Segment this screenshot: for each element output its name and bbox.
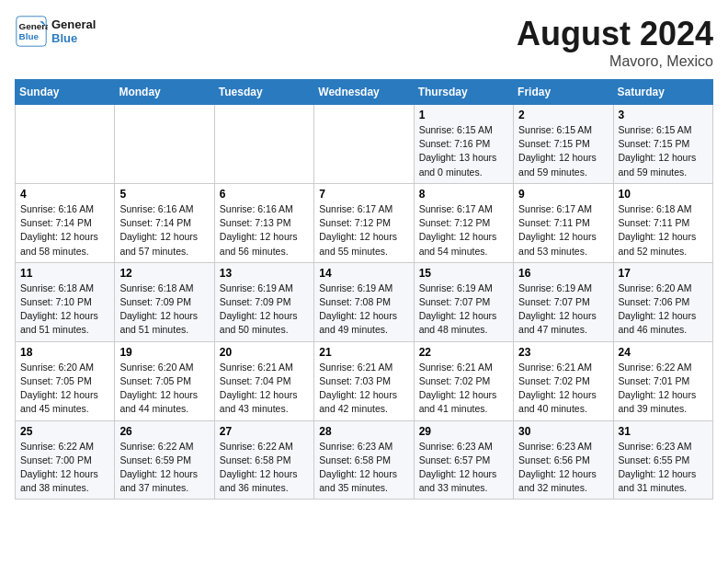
calendar-cell: 29Sunrise: 6:23 AM Sunset: 6:57 PM Dayli… [414,420,513,500]
week-row-4: 18Sunrise: 6:20 AM Sunset: 7:05 PM Dayli… [16,341,713,420]
day-number: 15 [419,267,508,280]
calendar-cell: 21Sunrise: 6:21 AM Sunset: 7:03 PM Dayli… [314,341,414,420]
title-block: August 2024 Mavoro, Mexico [517,15,713,70]
day-number: 4 [20,188,109,201]
header-wednesday: Wednesday [314,80,414,105]
day-number: 30 [518,425,608,438]
calendar-cell: 8Sunrise: 6:17 AM Sunset: 7:12 PM Daylig… [414,183,513,262]
page-header: General Blue General Blue August 2024 Ma… [15,15,713,70]
day-number: 2 [518,109,608,121]
header-thursday: Thursday [414,80,513,105]
day-number: 7 [319,188,408,201]
calendar-cell: 1Sunrise: 6:15 AM Sunset: 7:16 PM Daylig… [414,105,513,184]
calendar-cell [314,105,414,184]
header-sunday: Sunday [16,80,115,105]
calendar-cell: 17Sunrise: 6:20 AM Sunset: 7:06 PM Dayli… [613,262,712,341]
calendar-cell: 22Sunrise: 6:21 AM Sunset: 7:02 PM Dayli… [414,341,513,420]
week-row-2: 4Sunrise: 6:16 AM Sunset: 7:14 PM Daylig… [16,183,713,262]
day-info: Sunrise: 6:19 AM Sunset: 7:07 PM Dayligh… [419,282,508,338]
day-number: 23 [518,346,608,359]
day-number: 6 [220,188,309,201]
calendar-cell: 7Sunrise: 6:17 AM Sunset: 7:12 PM Daylig… [314,183,414,262]
calendar-cell [115,105,214,184]
day-info: Sunrise: 6:15 AM Sunset: 7:15 PM Dayligh… [619,123,708,179]
calendar-cell: 10Sunrise: 6:18 AM Sunset: 7:11 PM Dayli… [613,183,712,262]
day-info: Sunrise: 6:19 AM Sunset: 7:09 PM Dayligh… [220,282,309,338]
day-info: Sunrise: 6:21 AM Sunset: 7:04 PM Dayligh… [220,361,309,417]
day-number: 31 [619,425,708,438]
day-number: 26 [119,425,209,438]
day-info: Sunrise: 6:22 AM Sunset: 7:00 PM Dayligh… [20,440,109,496]
day-info: Sunrise: 6:19 AM Sunset: 7:07 PM Dayligh… [518,282,608,338]
day-info: Sunrise: 6:16 AM Sunset: 7:13 PM Dayligh… [220,202,309,259]
day-number: 29 [419,425,508,438]
day-number: 24 [619,346,708,359]
day-info: Sunrise: 6:21 AM Sunset: 7:02 PM Dayligh… [518,361,608,417]
week-row-1: 1Sunrise: 6:15 AM Sunset: 7:16 PM Daylig… [16,105,713,184]
calendar-cell: 31Sunrise: 6:23 AM Sunset: 6:55 PM Dayli… [613,420,712,500]
header-friday: Friday [514,80,613,105]
day-info: Sunrise: 6:18 AM Sunset: 7:10 PM Dayligh… [20,282,109,338]
day-info: Sunrise: 6:18 AM Sunset: 7:11 PM Dayligh… [619,202,708,259]
header-monday: Monday [115,80,214,105]
day-info: Sunrise: 6:22 AM Sunset: 6:59 PM Dayligh… [119,440,209,496]
day-info: Sunrise: 6:21 AM Sunset: 7:02 PM Dayligh… [419,361,508,417]
day-number: 14 [319,267,408,280]
day-number: 28 [319,425,408,438]
day-number: 13 [220,267,309,280]
logo-line1: General [51,17,96,31]
day-number: 11 [20,267,109,280]
calendar-cell: 30Sunrise: 6:23 AM Sunset: 6:56 PM Dayli… [514,420,613,500]
calendar-cell: 15Sunrise: 6:19 AM Sunset: 7:07 PM Dayli… [414,262,513,341]
day-info: Sunrise: 6:15 AM Sunset: 7:15 PM Dayligh… [518,123,608,179]
header-row: SundayMondayTuesdayWednesdayThursdayFrid… [16,80,713,105]
day-info: Sunrise: 6:22 AM Sunset: 7:01 PM Dayligh… [619,361,708,417]
day-info: Sunrise: 6:22 AM Sunset: 6:58 PM Dayligh… [220,440,309,496]
day-number: 16 [518,267,608,280]
day-number: 27 [220,425,309,438]
day-info: Sunrise: 6:16 AM Sunset: 7:14 PM Dayligh… [119,202,209,259]
day-number: 25 [20,425,109,438]
day-info: Sunrise: 6:17 AM Sunset: 7:12 PM Dayligh… [319,202,408,259]
day-info: Sunrise: 6:20 AM Sunset: 7:05 PM Dayligh… [119,361,209,417]
day-number: 5 [119,188,209,201]
day-info: Sunrise: 6:23 AM Sunset: 6:56 PM Dayligh… [518,440,608,496]
calendar-cell: 12Sunrise: 6:18 AM Sunset: 7:09 PM Dayli… [115,262,214,341]
calendar-cell: 26Sunrise: 6:22 AM Sunset: 6:59 PM Dayli… [115,420,214,500]
calendar-cell: 27Sunrise: 6:22 AM Sunset: 6:58 PM Dayli… [214,420,313,500]
calendar-cell: 3Sunrise: 6:15 AM Sunset: 7:15 PM Daylig… [613,105,712,184]
day-number: 22 [419,346,508,359]
header-saturday: Saturday [613,80,712,105]
day-number: 19 [119,346,209,359]
calendar-cell: 2Sunrise: 6:15 AM Sunset: 7:15 PM Daylig… [514,105,613,184]
day-number: 3 [619,109,708,121]
day-info: Sunrise: 6:17 AM Sunset: 7:11 PM Dayligh… [518,202,608,259]
day-number: 10 [619,188,708,201]
day-info: Sunrise: 6:18 AM Sunset: 7:09 PM Dayligh… [119,282,209,338]
calendar-cell: 23Sunrise: 6:21 AM Sunset: 7:02 PM Dayli… [514,341,613,420]
day-info: Sunrise: 6:23 AM Sunset: 6:57 PM Dayligh… [419,440,508,496]
calendar-cell: 24Sunrise: 6:22 AM Sunset: 7:01 PM Dayli… [613,341,712,420]
calendar-cell: 6Sunrise: 6:16 AM Sunset: 7:13 PM Daylig… [214,183,313,262]
day-info: Sunrise: 6:15 AM Sunset: 7:16 PM Dayligh… [419,123,508,179]
day-number: 8 [419,188,508,201]
page-subtitle: Mavoro, Mexico [517,53,713,70]
day-number: 17 [619,267,708,280]
day-number: 20 [220,346,309,359]
logo-line2: Blue [51,31,96,45]
day-number: 12 [119,267,209,280]
logo-icon: General Blue [15,15,48,48]
day-info: Sunrise: 6:16 AM Sunset: 7:14 PM Dayligh… [20,202,109,259]
day-info: Sunrise: 6:17 AM Sunset: 7:12 PM Dayligh… [419,202,508,259]
calendar-cell: 4Sunrise: 6:16 AM Sunset: 7:14 PM Daylig… [16,183,115,262]
calendar-cell: 5Sunrise: 6:16 AM Sunset: 7:14 PM Daylig… [115,183,214,262]
week-row-5: 25Sunrise: 6:22 AM Sunset: 7:00 PM Dayli… [16,420,713,500]
day-number: 18 [20,346,109,359]
day-info: Sunrise: 6:20 AM Sunset: 7:06 PM Dayligh… [619,282,708,338]
day-info: Sunrise: 6:23 AM Sunset: 6:55 PM Dayligh… [619,440,708,496]
day-info: Sunrise: 6:21 AM Sunset: 7:03 PM Dayligh… [319,361,408,417]
calendar-cell: 28Sunrise: 6:23 AM Sunset: 6:58 PM Dayli… [314,420,414,500]
calendar-cell: 16Sunrise: 6:19 AM Sunset: 7:07 PM Dayli… [514,262,613,341]
day-info: Sunrise: 6:19 AM Sunset: 7:08 PM Dayligh… [319,282,408,338]
day-info: Sunrise: 6:23 AM Sunset: 6:58 PM Dayligh… [319,440,408,496]
